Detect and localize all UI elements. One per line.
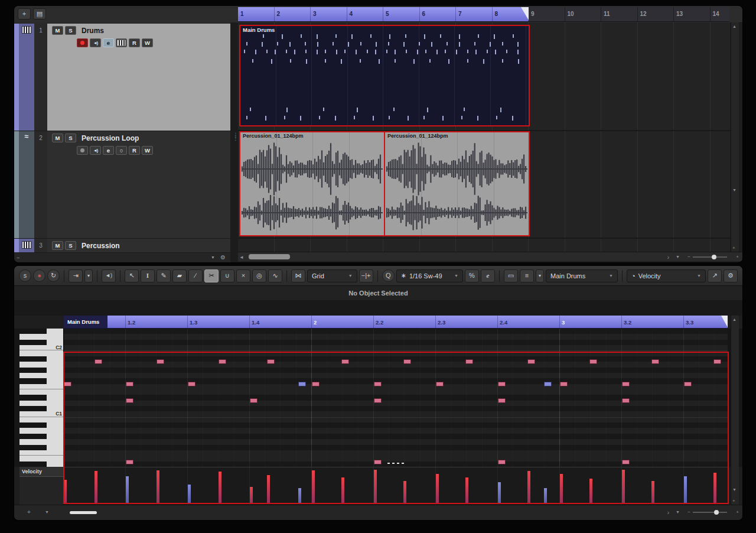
midi-note[interactable] (622, 460, 630, 464)
write-automation-button[interactable]: W (142, 38, 153, 47)
zoom-out-button[interactable]: − (687, 254, 690, 259)
scroll-right-icon[interactable]: › (667, 509, 669, 516)
add-controller-lane-button[interactable]: + (27, 509, 31, 515)
piano-key[interactable]: C2 (19, 345, 64, 350)
controller-lane-select[interactable]: ◔ Velocity ▼ (627, 269, 706, 282)
velocity-bar[interactable] (527, 471, 530, 503)
midi-note[interactable] (188, 382, 195, 386)
midi-note[interactable] (684, 382, 692, 386)
track-drums[interactable]: 1 M S Drums ◄) e R W (14, 24, 230, 131)
velocity-bar[interactable] (465, 477, 468, 503)
solo-button[interactable]: S (65, 241, 76, 250)
active-part-select[interactable]: Main Drums ▼ (546, 269, 618, 282)
record-enable-button[interactable] (77, 38, 88, 47)
zoom-slider-handle[interactable] (712, 255, 716, 259)
erase-tool[interactable]: ▰ (172, 269, 187, 282)
midi-note[interactable] (126, 398, 133, 403)
midi-note[interactable] (250, 398, 258, 403)
glue-tool[interactable]: ∪ (220, 269, 234, 282)
audio-event-1[interactable]: Percussion_01_124bpm (240, 132, 384, 235)
midi-note[interactable] (403, 359, 411, 364)
velocity-bar[interactable] (498, 482, 501, 503)
scroll-right-icon[interactable]: › (667, 254, 669, 261)
mute-tool[interactable]: × (236, 269, 250, 282)
grid-plus-minus-button[interactable]: −|+ (359, 269, 373, 282)
velocity-bar[interactable] (157, 470, 159, 503)
vertical-zoom-in-button[interactable]: + (732, 245, 735, 251)
edit-channel-button[interactable]: e (103, 38, 114, 47)
midi-note[interactable] (94, 359, 102, 364)
piano-key[interactable] (19, 373, 64, 378)
quantize-preset-select[interactable]: ∗ 1/16 Sw-49 ▼ (396, 269, 463, 282)
velocity-bar[interactable] (403, 481, 406, 503)
piano-key[interactable] (19, 417, 64, 422)
piano-key[interactable]: C1 (19, 411, 64, 417)
piano-key[interactable] (19, 456, 64, 461)
vertical-scrollbar[interactable]: ▲ ▼ + (731, 316, 739, 505)
active-part-label[interactable]: Main Drums (64, 316, 107, 328)
midi-note[interactable] (544, 382, 552, 386)
zoom-tool[interactable]: ◎ (252, 269, 266, 282)
piano-key[interactable] (19, 462, 64, 467)
autoscroll-button[interactable]: ⇥ (69, 269, 83, 282)
drum-map-button[interactable] (116, 38, 127, 47)
scroll-down-icon[interactable]: ▼ (732, 188, 737, 192)
edit-channel-button[interactable]: e (103, 146, 114, 155)
midi-note[interactable] (498, 460, 506, 464)
velocity-bar[interactable] (622, 470, 625, 503)
line-tool[interactable]: ∿ (268, 269, 282, 282)
piano-key[interactable] (19, 439, 64, 444)
velocity-bar[interactable] (298, 488, 301, 503)
midi-note[interactable] (126, 460, 133, 464)
velocity-bar[interactable] (374, 470, 377, 503)
midi-note[interactable] (374, 460, 382, 464)
velocity-bar[interactable] (589, 479, 592, 503)
split-tool[interactable]: ✂ (204, 269, 219, 282)
locator-end-marker[interactable] (721, 316, 728, 327)
velocity-bar[interactable] (560, 474, 563, 503)
midi-part-main-drums[interactable]: Main Drums (239, 25, 530, 126)
acoustic-feedback-button[interactable]: ↻ (47, 269, 60, 282)
piano-key[interactable] (19, 422, 64, 428)
midi-note[interactable] (374, 398, 382, 403)
midi-note[interactable] (436, 382, 444, 386)
scroll-up-icon[interactable]: ▲ (732, 24, 737, 28)
scroll-up-icon[interactable]: ▲ (732, 317, 737, 321)
zoom-in-button[interactable]: + (736, 254, 739, 259)
arrange-ruler[interactable]: 1234567891011121314 (238, 7, 729, 22)
event-display[interactable]: Main Drums Percussion_01_124bpm Percussi… (238, 22, 730, 252)
velocity-bar[interactable] (684, 476, 687, 503)
midi-note[interactable] (651, 359, 659, 364)
editor-setup-button[interactable]: ⚙ (724, 269, 738, 282)
velocity-bar[interactable] (341, 477, 344, 503)
snap-button[interactable]: ⋈ (291, 269, 305, 282)
editor-solo-button[interactable]: s (19, 269, 31, 282)
piano-key[interactable] (19, 434, 64, 439)
velocity-bar[interactable] (219, 472, 221, 503)
controller-lane-header[interactable]: Velocity (19, 467, 64, 505)
midi-note[interactable] (157, 359, 164, 364)
write-automation-button[interactable]: W (142, 146, 153, 155)
track-setup-gear-icon[interactable]: ⚙ (220, 254, 226, 261)
zoom-slider[interactable] (693, 256, 727, 258)
scroll-down-icon[interactable]: ▼ (732, 488, 737, 492)
editor-ruler[interactable]: Main Drums 1.21.31.422.22.32.433.23.3 (64, 316, 728, 329)
piano-key[interactable] (19, 445, 64, 450)
zoom-slider[interactable] (693, 512, 727, 513)
piano-key[interactable] (19, 384, 64, 389)
midi-note[interactable] (498, 398, 506, 403)
midi-note[interactable] (341, 359, 349, 364)
midi-note[interactable] (622, 398, 630, 403)
object-selection-tool[interactable]: ↖ (125, 269, 139, 282)
velocity-bar[interactable] (312, 470, 315, 503)
midi-note[interactable] (312, 382, 320, 386)
piano-key[interactable] (19, 368, 64, 373)
piano-key[interactable] (19, 329, 64, 334)
piano-key[interactable] (19, 428, 64, 433)
locator-end-marker[interactable] (521, 7, 529, 20)
add-track-button[interactable]: + (18, 8, 31, 20)
solo-button[interactable]: S (65, 26, 76, 35)
zoom-out-button[interactable]: − (687, 509, 690, 515)
track-percussion-loop[interactable]: ≈ 2 M S Percussion Loop ◄) e ○ R W (14, 131, 230, 239)
zoom-presets-icon[interactable]: ▼ (676, 510, 680, 514)
